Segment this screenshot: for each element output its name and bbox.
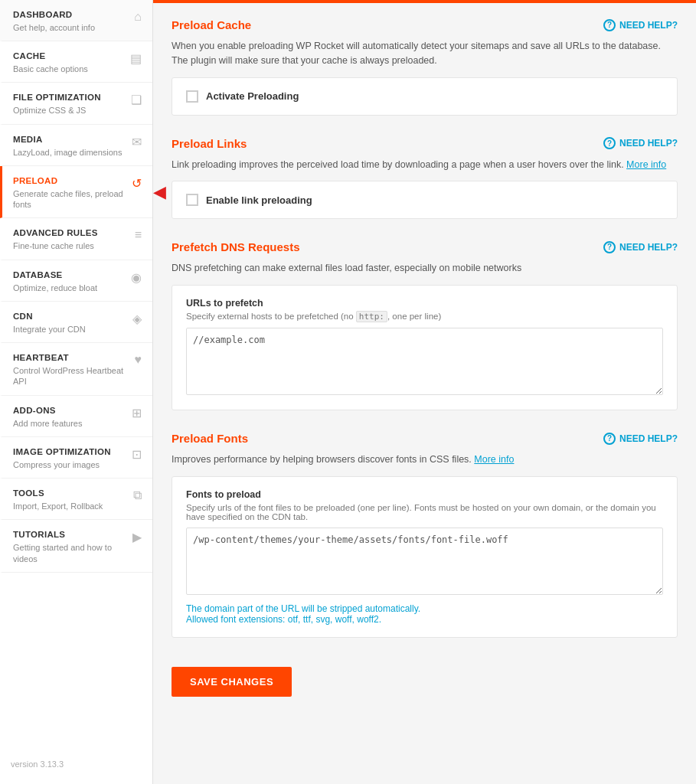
sidebar-item-sub-image-optimization: Compress your images <box>13 459 127 470</box>
section-title-preload-links: Preload Links <box>172 137 247 150</box>
card-preload-fonts: Fonts to preload Specify urls of the fon… <box>172 476 678 638</box>
sidebar-item-text-media: MEDIA LazyLoad, image dimensions <box>13 134 127 158</box>
sidebar-item-title-heartbeat: HEARTBEAT <box>13 352 130 364</box>
sidebar-item-text-tools: TOOLS Import, Export, Rollback <box>13 488 129 511</box>
sidebar-item-sub-preload: Generate cache files, preload fonts <box>13 188 127 211</box>
section-desc-preload-links: Link preloading improves the perceived l… <box>172 158 678 172</box>
section-link-preload-fonts[interactable]: More info <box>474 454 514 465</box>
card-preload-links: Enable link preloading <box>172 181 678 219</box>
section-header-preload-fonts: Preload Fonts ? NEED HELP? <box>172 432 678 445</box>
checkbox-preload-links[interactable] <box>186 194 198 206</box>
need-help-label-prefetch-dns: NEED HELP? <box>619 242 678 253</box>
sidebar-item-sub-media: LazyLoad, image dimensions <box>13 147 127 158</box>
sidebar-icon-image-optimization: ⊡ <box>132 447 142 462</box>
section-preload-links: Preload Links ? NEED HELP? Link preloadi… <box>172 137 678 220</box>
checkbox-row-preload-links[interactable]: Enable link preloading <box>186 194 663 206</box>
need-help-label-preload-fonts: NEED HELP? <box>619 433 678 444</box>
sidebar-item-advanced-rules[interactable]: ADVANCED RULES Fine-tune cache rules ≡ <box>0 218 152 260</box>
field-sub-prefetch-dns: Specify external hosts to be prefetched … <box>186 312 663 322</box>
sidebar-item-title-cache: CACHE <box>13 51 126 62</box>
field-label-preload-fonts: Fonts to preload <box>186 489 663 500</box>
need-help-preload-fonts[interactable]: ? NEED HELP? <box>603 433 678 445</box>
need-help-icon-preload-cache: ? <box>603 19 616 31</box>
need-help-preload-links[interactable]: ? NEED HELP? <box>603 137 678 149</box>
sidebar-item-text-database: DATABASE Optimize, reduce bloat <box>13 270 126 293</box>
checkbox-row-preload-cache[interactable]: Activate Preloading <box>186 90 663 103</box>
section-title-prefetch-dns: Prefetch DNS Requests <box>172 240 300 253</box>
sidebar-item-text-cache: CACHE Basic cache options <box>13 51 126 74</box>
sidebar-item-text-file-optimization: FILE OPTIMIZATION Optimize CSS & JS <box>13 92 126 116</box>
sidebar-item-sub-cache: Basic cache options <box>13 64 126 74</box>
sidebar-item-heartbeat[interactable]: HEARTBEAT Control WordPress Heartbeat AP… <box>0 343 152 396</box>
card-preload-cache: Activate Preloading <box>172 77 678 116</box>
fonts-textarea[interactable]: /wp-content/themes/your-theme/assets/fon… <box>186 528 663 595</box>
section-header-preload-links: Preload Links ? NEED HELP? <box>172 137 678 150</box>
section-title-preload-fonts: Preload Fonts <box>172 432 248 445</box>
sidebar-item-text-cdn: CDN Integrate your CDN <box>13 311 128 335</box>
section-desc-preload-fonts: Improves performance by helping browsers… <box>172 452 678 467</box>
section-header-prefetch-dns: Prefetch DNS Requests ? NEED HELP? <box>172 240 678 253</box>
sidebar-item-title-preload: PRELOAD <box>13 175 127 187</box>
sidebar-item-sub-dashboard: Get help, account info <box>13 22 129 33</box>
sidebar-item-sub-database: Optimize, reduce bloat <box>13 283 126 293</box>
section-title-preload-cache: Preload Cache <box>172 18 251 31</box>
checkbox-label-preload-links: Enable link preloading <box>206 194 312 206</box>
section-preload-fonts: Preload Fonts ? NEED HELP? Improves perf… <box>172 432 678 638</box>
sidebar-item-database[interactable]: DATABASE Optimize, reduce bloat ◉ <box>0 260 152 302</box>
main-content: Preload Cache ? NEED HELP? When you enab… <box>153 0 696 784</box>
sidebar-item-title-dashboard: DASHBOARD <box>13 9 129 21</box>
checkbox-preload-cache[interactable] <box>186 90 198 103</box>
sidebar-item-sub-tutorials: Getting started and how to videos <box>13 542 128 564</box>
sidebar-item-cache[interactable]: CACHE Basic cache options ▤ <box>0 41 152 83</box>
sidebar-item-file-optimization[interactable]: FILE OPTIMIZATION Optimize CSS & JS ❑ <box>0 83 152 124</box>
sidebar-icon-tools: ⧉ <box>133 488 142 502</box>
sidebar-item-image-optimization[interactable]: IMAGE OPTIMIZATION Compress your images … <box>0 437 152 479</box>
section-desc-prefetch-dns: DNS prefetching can make external files … <box>172 261 678 276</box>
sidebar-item-title-database: DATABASE <box>13 270 126 281</box>
need-help-icon-prefetch-dns: ? <box>603 241 616 253</box>
need-help-icon-preload-links: ? <box>603 137 616 149</box>
prefetch-textarea[interactable]: //example.com <box>186 328 663 395</box>
sidebar-item-title-tutorials: TUTORIALS <box>13 529 128 541</box>
sidebar-item-sub-tools: Import, Export, Rollback <box>13 501 129 511</box>
sidebar-item-tutorials[interactable]: TUTORIALS Getting started and how to vid… <box>0 520 152 573</box>
sidebar-item-sub-add-ons: Add more features <box>13 418 127 429</box>
sidebar-item-title-file-optimization: FILE OPTIMIZATION <box>13 92 126 103</box>
need-help-label-preload-cache: NEED HELP? <box>619 20 678 31</box>
sidebar-item-text-add-ons: ADD-ONS Add more features <box>13 405 127 429</box>
section-link-preload-links[interactable]: More info <box>626 159 666 170</box>
sidebar-icon-heartbeat: ♥ <box>135 353 142 367</box>
notice-text-preload-fonts: The domain part of the URL will be strip… <box>186 603 663 625</box>
sidebar-item-add-ons[interactable]: ADD-ONS Add more features ⊞ <box>0 396 152 437</box>
need-help-label-preload-links: NEED HELP? <box>619 138 678 149</box>
field-label-prefetch-dns: URLs to prefetch <box>186 298 663 309</box>
sidebar-icon-preload: ↺ <box>132 176 142 191</box>
top-bar <box>153 0 696 3</box>
need-help-preload-cache[interactable]: ? NEED HELP? <box>603 19 678 31</box>
sidebar-item-media[interactable]: MEDIA LazyLoad, image dimensions ✉ <box>0 125 152 166</box>
section-desc-preload-cache: When you enable preloading WP Rocket wil… <box>172 39 678 68</box>
sidebar-icon-dashboard: ⌂ <box>134 10 142 24</box>
sidebar-item-title-tools: TOOLS <box>13 488 129 499</box>
sidebar-item-title-advanced-rules: ADVANCED RULES <box>13 227 130 239</box>
sidebar-icon-advanced-rules: ≡ <box>135 228 142 242</box>
section-prefetch-dns: Prefetch DNS Requests ? NEED HELP? DNS p… <box>172 240 678 410</box>
sidebar-item-sub-file-optimization: Optimize CSS & JS <box>13 105 126 116</box>
sidebar-item-preload[interactable]: ◀ PRELOAD Generate cache files, preload … <box>0 166 152 219</box>
sidebar-item-title-cdn: CDN <box>13 311 128 322</box>
sidebar-item-dashboard[interactable]: DASHBOARD Get help, account info ⌂ <box>0 0 152 41</box>
sidebar-item-text-image-optimization: IMAGE OPTIMIZATION Compress your images <box>13 446 127 470</box>
card-prefetch-dns: URLs to prefetch Specify external hosts … <box>172 285 678 410</box>
active-arrow-icon: ◀ <box>153 182 166 202</box>
sidebar-item-sub-cdn: Integrate your CDN <box>13 324 128 335</box>
sidebar-item-tools[interactable]: TOOLS Import, Export, Rollback ⧉ <box>0 479 152 520</box>
sidebar: DASHBOARD Get help, account info ⌂ CACHE… <box>0 0 153 784</box>
sidebar-item-text-advanced-rules: ADVANCED RULES Fine-tune cache rules <box>13 227 130 251</box>
sidebar-item-sub-heartbeat: Control WordPress Heartbeat API <box>13 365 130 387</box>
sidebar-item-text-heartbeat: HEARTBEAT Control WordPress Heartbeat AP… <box>13 352 130 387</box>
save-changes-button[interactable]: SAVE CHANGES <box>172 667 292 697</box>
field-code-prefetch-dns: http: <box>356 311 387 322</box>
sidebar-item-title-media: MEDIA <box>13 134 127 145</box>
need-help-prefetch-dns[interactable]: ? NEED HELP? <box>603 241 678 253</box>
sidebar-item-cdn[interactable]: CDN Integrate your CDN ◈ <box>0 302 152 343</box>
